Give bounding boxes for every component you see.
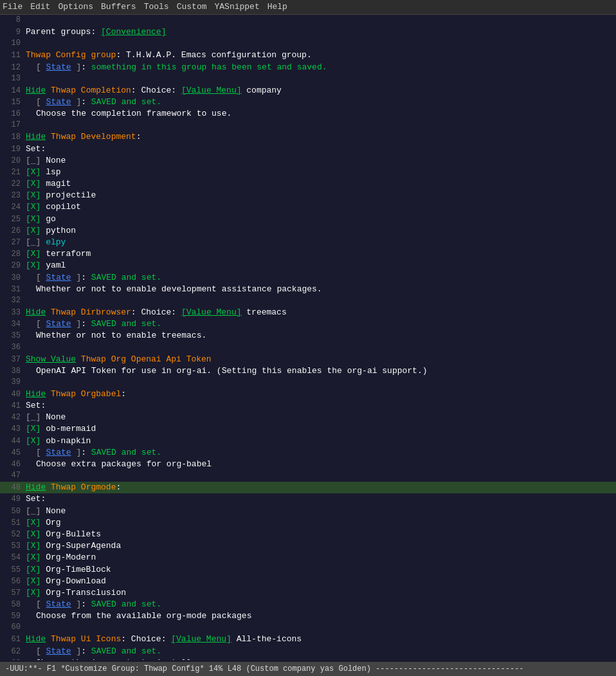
line-17: 17 (0, 120, 616, 131)
hide-link-14[interactable]: Hide (26, 86, 46, 95)
line-45: 45 [ State ]: SAVED and set. (0, 447, 616, 459)
state-link-12[interactable]: State (46, 62, 71, 72)
line-21: 21 [X] lsp (0, 167, 616, 178)
line-58: 58 [ State ]: SAVED and set. (0, 599, 616, 610)
menu-edit[interactable]: Edit (30, 1, 50, 13)
line-16: 16 Choose the completion framework to us… (0, 108, 616, 120)
hide-link-40[interactable]: Hide (26, 389, 46, 399)
line-59: 59 Choose from the available org-mode pa… (0, 610, 616, 622)
line-36: 36 (0, 342, 616, 354)
state-link-58[interactable]: State (46, 599, 71, 609)
menu-tools[interactable]: Tools (144, 1, 169, 13)
line-28: 28 [X] terraform (0, 248, 616, 260)
line-19: 19 Set: (0, 143, 616, 155)
state-link-62[interactable]: State (46, 646, 71, 656)
line-25: 25 [X] go (0, 214, 616, 225)
line-62: 62 [ State ]: SAVED and set. (0, 646, 616, 657)
value-menu-link-33[interactable]: [Value Menu] (181, 307, 242, 317)
line-10: 10 (0, 38, 616, 50)
state-link-15[interactable]: State (46, 97, 71, 107)
menu-help[interactable]: Help (267, 1, 287, 13)
line-26: 26 [X] python (0, 225, 616, 237)
menu-options[interactable]: Options (58, 1, 93, 13)
state-link-30[interactable]: State (46, 273, 71, 282)
line-35: 35 Whether or not to enable treemacs. (0, 330, 616, 342)
line-29: 29 [X] yaml (0, 260, 616, 271)
hide-link-33[interactable]: Hide (26, 307, 46, 317)
line-38: 38 OpenAI API Token for use in org-ai. (… (0, 365, 616, 377)
line-57: 57 [X] Org-Transclusion (0, 587, 616, 599)
line-40: 40 Hide Thwap Orgbabel: (0, 388, 616, 400)
line-51: 51 [X] Org (0, 517, 616, 529)
line-12: 12 [ State ]: something in this group ha… (0, 62, 616, 73)
line-13: 13 (0, 73, 616, 85)
line-43: 43 [X] ob-mermaid (0, 423, 616, 435)
state-link-45[interactable]: State (46, 448, 71, 457)
line-63: 63 Choose the icon sets to install. (0, 657, 616, 660)
line-42: 42 [_] None (0, 412, 616, 423)
value-menu-link-61[interactable]: [Value Menu] (171, 634, 231, 644)
value-menu-link-14[interactable]: [Value Menu] (181, 86, 242, 95)
line-61: 61 Hide Thwap Ui Icons: Choice: [Value M… (0, 634, 616, 645)
line-37: 37 Show Value Thwap Org Openai Api Token (0, 354, 616, 365)
line-32: 32 (0, 295, 616, 307)
hide-link-18[interactable]: Hide (26, 132, 46, 142)
line-15: 15 [ State ]: SAVED and set. (0, 96, 616, 108)
line-39: 39 (0, 377, 616, 388)
line-50: 50 [_] None (0, 506, 616, 517)
line-11: 11 Thwap Config group: T.H.W.A.P. Emacs … (0, 50, 616, 61)
line-22: 22 [X] magit (0, 178, 616, 190)
line-52: 52 [X] Org-Bullets (0, 529, 616, 540)
hide-link-48[interactable]: Hide (26, 482, 46, 492)
line-56: 56 [X] Org-Download (0, 576, 616, 587)
state-link-34[interactable]: State (46, 319, 71, 329)
line-46: 46 Choose extra packages for org-babel (0, 459, 616, 470)
line-48: 48 Hide Thwap Orgmode: (0, 482, 616, 493)
line-33: 33 Hide Thwap Dirbrowser: Choice: [Value… (0, 307, 616, 318)
hide-link-61[interactable]: Hide (26, 634, 46, 644)
line-60: 60 (0, 622, 616, 634)
line-23: 23 [X] projectile (0, 190, 616, 201)
line-41: 41 Set: (0, 400, 616, 412)
menu-bar: File Edit Options Buffers Tools Custom Y… (0, 0, 616, 15)
line-34: 34 [ State ]: SAVED and set. (0, 318, 616, 330)
line-54: 54 [X] Org-Modern (0, 552, 616, 563)
menu-custom[interactable]: Custom (177, 1, 207, 13)
line-9: 9 Parent groups: [Convenience] (0, 26, 616, 38)
line-24: 24 [X] copilot (0, 201, 616, 213)
menu-file[interactable]: File (3, 1, 23, 13)
line-20: 20 [_] None (0, 155, 616, 167)
line-14: 14 Hide Thwap Completion: Choice: [Value… (0, 85, 616, 96)
line-44: 44 [X] ob-napkin (0, 435, 616, 447)
line-30: 30 [ State ]: SAVED and set. (0, 272, 616, 284)
line-27: 27 [_] elpy (0, 237, 616, 248)
menu-buffers[interactable]: Buffers (101, 1, 136, 13)
line-47: 47 (0, 470, 616, 482)
status-bar: -UUU:**- F1 *Customize Group: Thwap Conf… (0, 662, 616, 676)
line-49: 49 Set: (0, 493, 616, 505)
show-link-37[interactable]: Show Value (26, 354, 76, 364)
convenience-link[interactable]: [Convenience] (101, 27, 166, 37)
line-18: 18 Hide Thwap Development: (0, 131, 616, 143)
line-55: 55 [X] Org-TimeBlock (0, 564, 616, 576)
line-53: 53 [X] Org-SuperAgenda (0, 540, 616, 552)
content-area: 8 9 Parent groups: [Convenience] 10 11 T… (0, 15, 616, 660)
line-31: 31 Whether or not to enable development … (0, 284, 616, 295)
line-8: 8 (0, 15, 616, 26)
status-text: -UUU:**- F1 *Customize Group: Thwap Conf… (5, 664, 524, 675)
menu-yasnippet[interactable]: YASnippet (214, 1, 259, 13)
